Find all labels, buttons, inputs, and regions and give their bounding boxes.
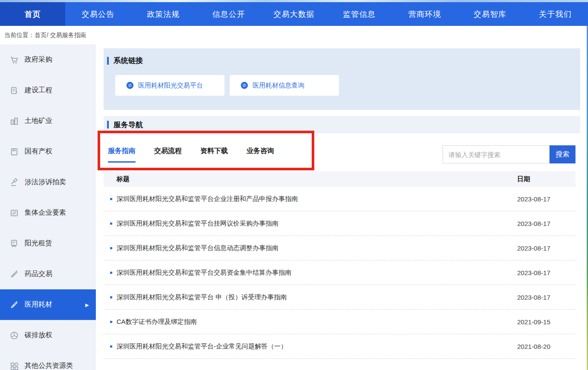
service-tab-label: 交易流程 (154, 147, 182, 154)
service-nav-header: 服务导航 (104, 116, 580, 133)
table-body: 深圳医用耗材阳光交易和监管平台企业注册和产品申报办事指南 2023-08-17 … (104, 187, 575, 359)
swap-circle-icon (240, 82, 248, 89)
sidebar-item-label: 其他公共资源类 (25, 361, 73, 370)
section-title-bar (107, 57, 109, 65)
sidebar-item[interactable]: 建设工程 (0, 75, 96, 106)
system-link-cards: 医用耗材阳光交易平台 医用耗材信息查询 (115, 75, 580, 96)
guide-date: 2023-08-17 (517, 195, 575, 203)
nav-item[interactable]: 监管信息 (327, 2, 392, 26)
service-tab-label: 业务咨询 (247, 147, 274, 154)
guide-title-link[interactable]: 深圳医用耗材阳光交易和监管平台挂网议价采购办事指南 (117, 219, 517, 228)
swap-circle-icon (126, 82, 134, 89)
sidebar-item[interactable]: 其他公共资源类 (0, 351, 96, 370)
guide-title-link[interactable]: 深圳医用耗材阳光交易和监管平台企业注册和产品申报办事指南 (117, 195, 517, 203)
building-icon (9, 116, 19, 126)
sidebar-item-label: 建设工程 (25, 86, 52, 95)
main-content: 系统链接 医用耗材阳光交易平台 医用耗材信息查询 服务导航 (104, 44, 580, 370)
keyword-search: 搜索 (443, 145, 575, 163)
nav-item[interactable]: 交易公告 (65, 2, 130, 26)
sidebar-item[interactable]: 集体企业要素 (0, 198, 96, 228)
guide-date: 2023-08-17 (517, 245, 575, 252)
table-row[interactable]: 深圳医用耗材阳光交易和监管平台交易资金集中结算办事指南 2023-08-17 (104, 260, 575, 285)
bullet-icon (110, 296, 112, 298)
sidebar-item-label: 土地矿业 (25, 116, 52, 125)
table-header: 标题 日期 (104, 171, 575, 187)
bullet-icon (110, 223, 112, 225)
sidebar-item-label: 涉法涉诉拍卖 (25, 178, 66, 187)
table-row[interactable]: 深圳医用耗材阳光交易和监管平台信息动态调整办事指南 2023-08-17 (104, 236, 575, 260)
nav-item-label: 政策法规 (147, 9, 180, 19)
section-title-bar (107, 121, 109, 129)
system-link-label: 医用耗材信息查询 (253, 82, 304, 90)
sidebar-item[interactable]: 涉法涉诉拍卖 (0, 167, 96, 198)
system-link-button[interactable]: 医用耗材信息查询 (230, 75, 339, 96)
table-row[interactable]: CA数字证书办理及绑定指南 2021-09-15 (104, 310, 575, 334)
guide-title-link[interactable]: 深圳医用耗材阳光交易和监管平台信息动态调整办事指南 (117, 244, 517, 252)
carbon-icon (9, 331, 19, 340)
service-tab[interactable]: 业务咨询 (247, 142, 274, 163)
guide-date: 2021-08-20 (517, 343, 575, 350)
table-row[interactable]: 深圳医用耗材阳光交易和监管平台挂网议价采购办事指南 2023-08-17 (104, 211, 575, 236)
sidebar-item[interactable]: 土地矿业 (0, 106, 96, 136)
service-tab[interactable]: 资料下载 (200, 142, 228, 163)
bullet-icon (110, 272, 112, 274)
guide-title-link[interactable]: 深圳医用耗材阳光交易和监管平台-企业常见问题解答（一） (117, 342, 517, 351)
sidebar-item-label: 阳光租赁 (25, 239, 52, 248)
sidebar-item[interactable]: 国有产权 (0, 136, 96, 167)
grid-icon (9, 361, 19, 370)
guide-date: 2021-09-15 (517, 318, 575, 326)
syringe-icon (9, 300, 19, 310)
service-tab-label: 资料下载 (200, 147, 228, 154)
system-links-title: 系统链接 (107, 56, 580, 66)
nav-item-label: 关于我们 (539, 9, 572, 19)
document-icon (9, 86, 19, 95)
guide-title-link[interactable]: 深圳医用耗材阳光交易和监管平台交易资金集中结算办事指南 (117, 269, 517, 277)
system-links-section: 系统链接 医用耗材阳光交易平台 医用耗材信息查询 (104, 48, 580, 110)
sidebar-item-label: 国有产权 (25, 147, 52, 156)
table-row[interactable]: 深圳医用耗材阳光交易和监管平台企业注册和产品申报办事指南 2023-08-17 (104, 187, 575, 211)
nav-item[interactable]: 交易智库 (457, 2, 522, 26)
service-tab[interactable]: 服务指南 (108, 142, 136, 163)
guide-title-link[interactable]: CA数字证书办理及绑定指南 (117, 318, 517, 326)
sidebar-item[interactable]: 碳排放权 (0, 320, 96, 351)
sidebar-item[interactable]: 药品交易 (0, 259, 96, 289)
bullet-icon (110, 247, 112, 249)
search-input[interactable] (443, 145, 550, 163)
nav-item-label: 监管信息 (343, 9, 376, 19)
nav-item[interactable]: 关于我们 (523, 2, 588, 26)
certificate-icon (9, 147, 19, 157)
nav-item[interactable]: 营商环境 (392, 2, 457, 26)
nav-item-label: 首页 (25, 9, 41, 19)
table-row[interactable]: 深圳医用耗材阳光交易和监管平台-企业常见问题解答（一） 2021-08-20 (104, 334, 575, 359)
service-tab[interactable]: 交易流程 (154, 142, 182, 163)
breadcrumb: 当前位置：首页/ 交易服务指南 (0, 26, 588, 44)
bullet-icon (110, 321, 112, 323)
column-header-date: 日期 (517, 175, 575, 183)
top-navigation: 首页 交易公告 政策法规 信息公开 交易大数据 监管信息 营商环境 交易智库 关… (0, 2, 588, 26)
sidebar-item[interactable]: 政府采购 (0, 44, 96, 75)
guide-date: 2023-08-17 (517, 220, 575, 227)
nav-item[interactable]: 政策法规 (131, 2, 196, 26)
bullet-icon (110, 198, 112, 200)
guide-date: 2023-08-17 (517, 269, 575, 276)
table-row[interactable]: 深圳医用耗材阳光交易和监管平台 申（投）诉受理办事指南 2023-08-17 (104, 285, 575, 310)
sidebar-item-label: 医用耗材 (25, 300, 52, 309)
sidebar-item-label: 碳排放权 (25, 331, 52, 340)
sidebar-item[interactable]: 阳光租赁 (0, 228, 96, 259)
cart-icon (9, 55, 19, 65)
sidebar-item[interactable]: 医用耗材 ▶ (0, 289, 96, 320)
section-title-text: 系统链接 (114, 56, 143, 66)
sidebar-item-label: 药品交易 (25, 270, 52, 279)
system-link-label: 医用耗材阳光交易平台 (138, 82, 203, 90)
nav-item[interactable]: 首页 (0, 2, 65, 26)
nav-item-label: 交易公告 (82, 9, 114, 19)
system-link-button[interactable]: 医用耗材阳光交易平台 (115, 75, 224, 96)
column-header-title: 标题 (104, 175, 517, 183)
nav-item[interactable]: 信息公开 (196, 2, 261, 26)
nav-item[interactable]: 交易大数据 (261, 2, 326, 26)
nav-item-label: 交易智库 (474, 9, 506, 19)
search-button[interactable]: 搜索 (550, 145, 575, 163)
guide-table: 标题 日期 深圳医用耗材阳光交易和监管平台企业注册和产品申报办事指南 2023-… (104, 171, 575, 359)
service-nav-title: 服务导航 (107, 120, 143, 130)
guide-title-link[interactable]: 深圳医用耗材阳光交易和监管平台 申（投）诉受理办事指南 (117, 293, 517, 301)
